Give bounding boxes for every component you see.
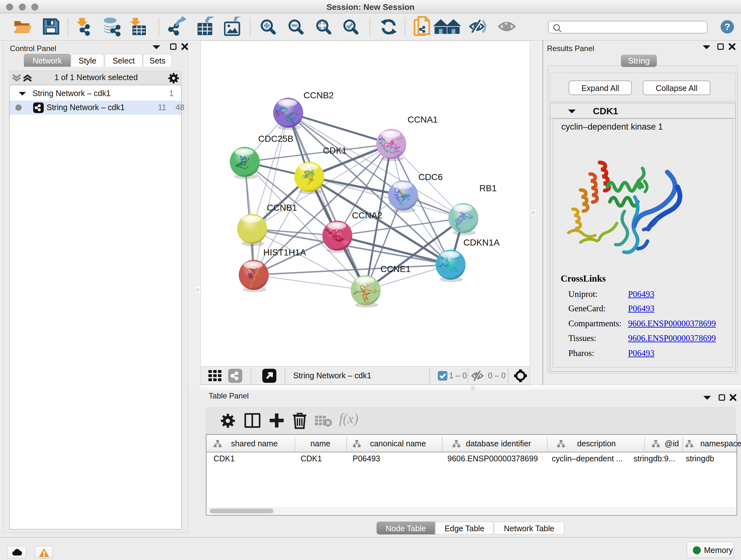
svg-text:HIST1H1A: HIST1H1A [263, 247, 306, 257]
svg-text:CCNE1: CCNE1 [381, 264, 411, 274]
svg-text:CCNB1: CCNB1 [267, 203, 297, 212]
svg-text:CDC25B: CDC25B [258, 134, 293, 144]
svg-text:CDC6: CDC6 [418, 172, 443, 182]
svg-text:CDK1: CDK1 [323, 145, 347, 155]
svg-text:CDKN1A: CDKN1A [463, 238, 500, 247]
svg-text:CCNA2: CCNA2 [352, 210, 382, 220]
svg-text:CCNB2: CCNB2 [304, 90, 334, 100]
svg-text:RB1: RB1 [479, 183, 496, 193]
svg-text:?: ? [724, 21, 730, 32]
svg-text:CCNA1: CCNA1 [408, 115, 438, 125]
